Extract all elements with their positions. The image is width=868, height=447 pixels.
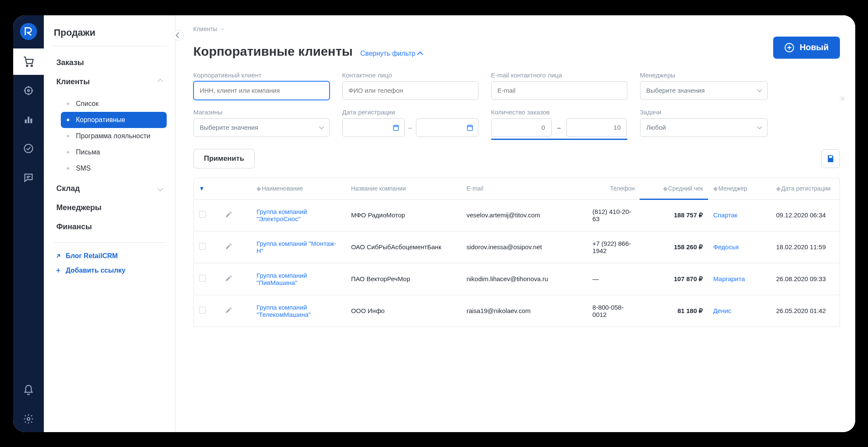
sidebar-title: Продажи — [52, 25, 168, 46]
filter-ordercount-from[interactable] — [491, 118, 552, 137]
filter-ordercount-to[interactable] — [566, 118, 627, 137]
table-row: Группа компаний "Монтаж-Н" ОАО СибРыбАсб… — [194, 231, 840, 263]
filter-stores-label: Магазины — [194, 108, 330, 116]
th-name[interactable]: ◆Наименование — [251, 178, 346, 199]
svg-point-10 — [842, 98, 843, 100]
th-avg[interactable]: ◆Средний чек — [640, 178, 708, 199]
svg-rect-6 — [30, 118, 32, 123]
divider — [54, 242, 166, 243]
nav-stock[interactable]: Склад — [52, 179, 168, 198]
rail-check-icon[interactable] — [13, 135, 44, 162]
rail-chat-icon[interactable] — [13, 164, 44, 191]
client-link[interactable]: Группа компаний "ТелекомМашина" — [256, 304, 310, 318]
edit-icon[interactable] — [225, 212, 233, 219]
sub-corporate[interactable]: Корпоративные — [61, 112, 167, 128]
filter-contact-input[interactable] — [342, 81, 478, 100]
main-content: Клиенты → Корпоративные клиенты Свернуть… — [176, 15, 855, 432]
client-link[interactable]: Группа компаний "ЭлектроСнос" — [256, 208, 307, 222]
rail-cart-icon[interactable] — [13, 48, 44, 75]
blog-link[interactable]: Блог RetailCRM — [52, 249, 168, 263]
sidebar: Продажи Заказы Клиенты Список Корпоратив… — [44, 15, 176, 432]
avg-cell: 158 260 ₽ — [640, 231, 708, 263]
sidebar-collapse-button[interactable] — [173, 30, 184, 41]
filter-settings-gear-icon[interactable] — [839, 95, 846, 103]
filter-email-label: E-mail контактного лица — [491, 71, 627, 79]
new-button[interactable]: Новый — [773, 37, 840, 59]
app-logo[interactable] — [20, 23, 37, 40]
filter-regdate-to[interactable] — [416, 118, 478, 137]
manager-link[interactable]: Спартак — [713, 211, 737, 219]
range-dash: – — [409, 124, 412, 131]
nav-clients[interactable]: Клиенты — [52, 72, 168, 91]
sub-list[interactable]: Список — [61, 96, 167, 112]
icon-rail — [13, 15, 44, 432]
avg-cell: 188 757 ₽ — [640, 199, 708, 231]
email-cell: nikodim.lihacev@tihonova.ru — [461, 263, 587, 295]
edit-icon[interactable] — [225, 308, 233, 315]
filter-tasks-select[interactable]: Любой — [640, 118, 768, 137]
svg-rect-5 — [27, 117, 29, 123]
regdate-cell: 26.08.2020 09:33 — [771, 263, 839, 295]
company-cell: ООО Инфо — [346, 295, 461, 327]
table-row: Группа компаний "ПивМашина" ПАО ВекторРе… — [194, 263, 840, 295]
edit-icon[interactable] — [225, 244, 233, 251]
row-checkbox[interactable] — [199, 243, 206, 250]
filter-client-label: Корпоративный клиент — [194, 71, 330, 79]
th-checkbox[interactable]: ▼ — [194, 178, 220, 199]
client-link[interactable]: Группа компаний "Монтаж-Н" — [256, 240, 336, 254]
edit-icon[interactable] — [225, 276, 233, 283]
filter-managers-select[interactable]: Выберите значения — [640, 81, 768, 100]
range-dash: – — [558, 124, 561, 131]
save-filter-button[interactable] — [821, 149, 840, 168]
calendar-icon — [392, 124, 400, 131]
add-link[interactable]: Добавить ссылку — [52, 263, 168, 278]
filter-client-input[interactable] — [194, 81, 330, 100]
manager-link[interactable]: Федосья — [713, 243, 739, 251]
rail-chart-icon[interactable] — [13, 106, 44, 133]
sub-sms[interactable]: SMS — [61, 160, 167, 177]
svg-point-7 — [24, 144, 33, 153]
plus-circle-icon — [784, 43, 794, 53]
row-checkbox[interactable] — [199, 211, 206, 218]
nav-finance[interactable]: Финансы — [52, 217, 168, 236]
rail-target-icon[interactable] — [13, 77, 44, 104]
phone-cell: +7 (922) 866-1942 — [587, 231, 640, 263]
phone-cell: — — [587, 263, 640, 295]
svg-point-3 — [27, 89, 29, 91]
email-cell: raisa19@nikolaev.com — [461, 295, 587, 327]
manager-link[interactable]: Денис — [713, 307, 731, 314]
collapse-filter-link[interactable]: Свернуть фильтр — [360, 50, 422, 57]
manager-link[interactable]: Маргарита — [713, 275, 745, 282]
svg-point-0 — [26, 65, 28, 66]
apply-button[interactable]: Применить — [194, 149, 255, 168]
row-checkbox[interactable] — [199, 275, 206, 282]
nav-managers[interactable]: Менеджеры — [52, 198, 168, 217]
nav-orders[interactable]: Заказы — [52, 53, 168, 72]
svg-rect-12 — [467, 125, 472, 130]
th-edit — [220, 178, 251, 199]
chevron-up-icon — [417, 51, 423, 57]
breadcrumb[interactable]: Клиенты → — [194, 26, 840, 32]
avg-cell: 107 870 ₽ — [640, 263, 708, 295]
table-row: Группа компаний "ЭлектроСнос" МФО РадиоМ… — [194, 199, 840, 231]
th-manager[interactable]: ◆Менеджер — [708, 178, 771, 199]
filter-regdate-from[interactable] — [342, 118, 404, 137]
th-email: E-mail — [461, 178, 587, 199]
rail-bell-icon[interactable] — [13, 377, 44, 403]
sub-loyalty[interactable]: Программа лояльности — [61, 128, 167, 144]
th-regdate[interactable]: ◆Дата регистрации — [771, 178, 839, 199]
th-company: Название компании — [346, 178, 461, 199]
plus-icon — [55, 267, 62, 274]
filter-stores-select[interactable]: Выберите значения — [194, 118, 330, 137]
row-checkbox[interactable] — [199, 307, 206, 313]
email-cell: sidorov.inessa@osipov.net — [461, 231, 587, 263]
rail-gear-icon[interactable] — [13, 406, 44, 432]
table-row: Группа компаний "ТелекомМашина" ООО Инфо… — [194, 295, 840, 327]
filter-contact-label: Контактное лицо — [342, 71, 478, 79]
client-link[interactable]: Группа компаний "ПивМашина" — [256, 272, 307, 286]
sub-letters[interactable]: Письма — [61, 144, 167, 160]
company-cell: МФО РадиоМотор — [346, 199, 461, 231]
chevron-up-icon — [157, 79, 163, 85]
filter-email-input[interactable] — [491, 81, 627, 100]
filter-panel: Корпоративный клиент Контактное лицо E-m… — [194, 71, 840, 137]
